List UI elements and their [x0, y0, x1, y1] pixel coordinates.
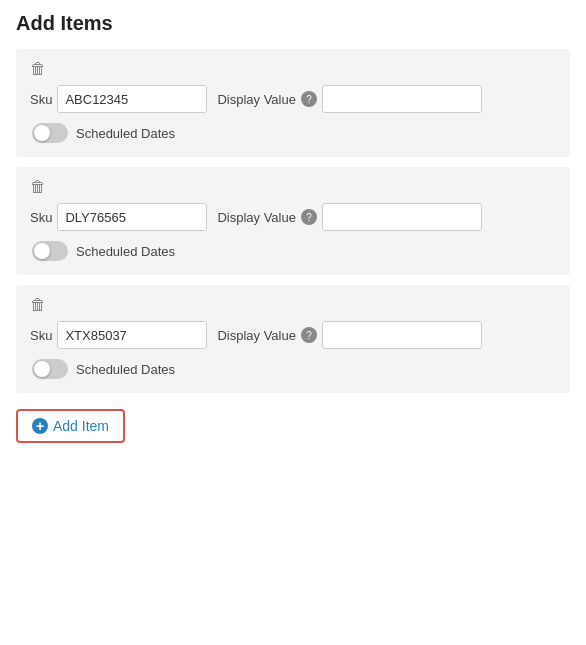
toggle-thumb-1: [34, 125, 50, 141]
display-value-input-3[interactable]: [322, 321, 482, 349]
display-value-help-icon-3[interactable]: ?: [301, 327, 317, 343]
display-value-group-2: Display Value ?: [217, 203, 482, 231]
toggle-track-3: [32, 359, 68, 379]
fields-row-3: Sku Display Value ?: [30, 321, 556, 349]
sku-input-2[interactable]: [57, 203, 207, 231]
toggle-track-2: [32, 241, 68, 261]
toggle-row-1: Scheduled Dates: [30, 123, 556, 143]
toggle-switch-3[interactable]: [32, 359, 68, 379]
scheduled-dates-label-3: Scheduled Dates: [76, 362, 175, 377]
sku-label-2: Sku: [30, 210, 52, 225]
item-card-3: 🗑 Sku Display Value ? Scheduled Dates: [16, 285, 570, 393]
trash-row-3: 🗑: [30, 297, 556, 313]
trash-icon-3[interactable]: 🗑: [30, 297, 46, 313]
display-value-label-3: Display Value: [217, 328, 296, 343]
toggle-row-2: Scheduled Dates: [30, 241, 556, 261]
add-item-icon: +: [32, 418, 48, 434]
display-value-input-2[interactable]: [322, 203, 482, 231]
toggle-thumb-3: [34, 361, 50, 377]
scheduled-dates-label-2: Scheduled Dates: [76, 244, 175, 259]
trash-row-2: 🗑: [30, 179, 556, 195]
sku-label-1: Sku: [30, 92, 52, 107]
display-value-help-icon-1[interactable]: ?: [301, 91, 317, 107]
page-title: Add Items: [16, 12, 570, 35]
fields-row-2: Sku Display Value ?: [30, 203, 556, 231]
sku-group-1: Sku: [30, 85, 207, 113]
toggle-switch-2[interactable]: [32, 241, 68, 261]
add-item-button[interactable]: + Add Item: [16, 409, 125, 443]
sku-input-1[interactable]: [57, 85, 207, 113]
display-value-group-3: Display Value ?: [217, 321, 482, 349]
display-value-input-1[interactable]: [322, 85, 482, 113]
sku-group-3: Sku: [30, 321, 207, 349]
display-value-help-icon-2[interactable]: ?: [301, 209, 317, 225]
toggle-thumb-2: [34, 243, 50, 259]
sku-label-3: Sku: [30, 328, 52, 343]
display-value-label-1: Display Value: [217, 92, 296, 107]
display-value-group-1: Display Value ?: [217, 85, 482, 113]
trash-icon-1[interactable]: 🗑: [30, 61, 46, 77]
item-card-1: 🗑 Sku Display Value ? Scheduled Dates: [16, 49, 570, 157]
trash-row-1: 🗑: [30, 61, 556, 77]
sku-input-3[interactable]: [57, 321, 207, 349]
trash-icon-2[interactable]: 🗑: [30, 179, 46, 195]
scheduled-dates-label-1: Scheduled Dates: [76, 126, 175, 141]
add-item-label: Add Item: [53, 418, 109, 434]
toggle-switch-1[interactable]: [32, 123, 68, 143]
fields-row-1: Sku Display Value ?: [30, 85, 556, 113]
toggle-track-1: [32, 123, 68, 143]
item-card-2: 🗑 Sku Display Value ? Scheduled Dates: [16, 167, 570, 275]
toggle-row-3: Scheduled Dates: [30, 359, 556, 379]
sku-group-2: Sku: [30, 203, 207, 231]
items-container: 🗑 Sku Display Value ? Scheduled Dates: [16, 49, 570, 393]
display-value-label-2: Display Value: [217, 210, 296, 225]
